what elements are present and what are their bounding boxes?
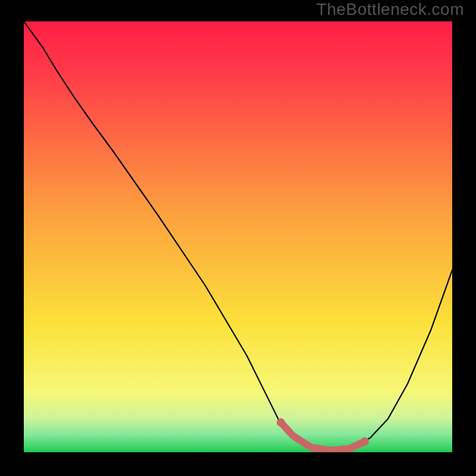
chart-frame: TheBottleneck.com xyxy=(0,0,476,476)
chart-plot xyxy=(24,21,452,452)
plot-background xyxy=(24,21,452,452)
watermark-text: TheBottleneck.com xyxy=(317,0,464,19)
optimal-band-dot xyxy=(361,437,369,446)
optimal-band-dot xyxy=(277,418,285,427)
